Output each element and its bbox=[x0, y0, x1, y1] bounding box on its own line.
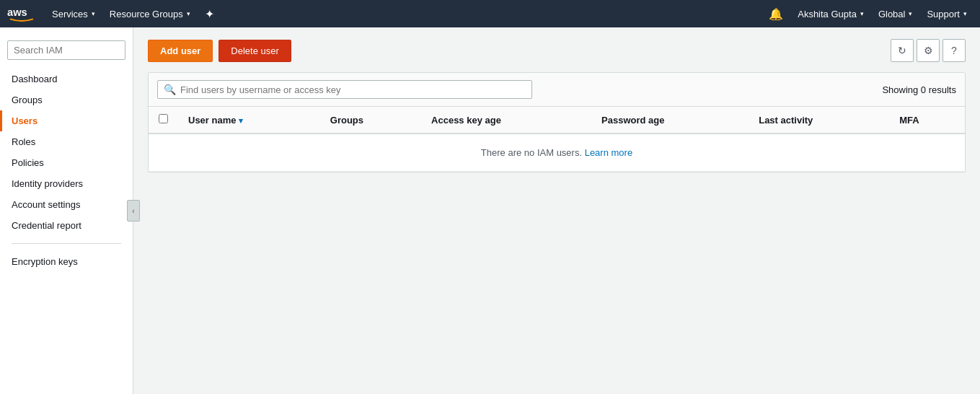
region-menu[interactable]: Global ▾ bbox=[873, 6, 919, 22]
search-input[interactable] bbox=[7, 40, 125, 60]
sidebar-item-users[interactable]: Users bbox=[0, 110, 133, 131]
column-header-last-activity: Last activity bbox=[749, 107, 889, 133]
no-results-row: There are no IAM users. Learn more bbox=[149, 133, 965, 172]
page-layout: Dashboard Groups Users Roles Policies Id… bbox=[0, 27, 980, 394]
add-user-button[interactable]: Add user bbox=[148, 40, 213, 62]
learn-more-link[interactable]: Learn more bbox=[585, 147, 632, 158]
sidebar-item-roles[interactable]: Roles bbox=[0, 131, 133, 152]
toolbar-right: ↻ ⚙ ? bbox=[891, 39, 966, 62]
sidebar-item-identity-providers[interactable]: Identity providers bbox=[0, 173, 133, 194]
region-label: Global bbox=[878, 9, 906, 19]
toolbar: Add user Delete user ↻ ⚙ ? bbox=[148, 39, 966, 62]
services-nav[interactable]: Services ▾ bbox=[46, 6, 101, 22]
select-all-checkbox[interactable] bbox=[159, 114, 168, 123]
resource-groups-label: Resource Groups bbox=[110, 9, 183, 19]
column-header-username[interactable]: User name ▾ bbox=[178, 107, 320, 133]
delete-user-button[interactable]: Delete user bbox=[218, 40, 291, 62]
aws-logo[interactable]: aws bbox=[7, 4, 36, 24]
user-label: Akshita Gupta bbox=[798, 9, 857, 19]
services-label: Services bbox=[52, 9, 88, 19]
sidebar: Dashboard Groups Users Roles Policies Id… bbox=[0, 27, 133, 394]
sort-arrow-icon: ▾ bbox=[239, 116, 243, 125]
select-all-header bbox=[149, 107, 178, 133]
svg-text:aws: aws bbox=[7, 6, 27, 18]
resource-groups-caret-icon: ▾ bbox=[187, 10, 190, 17]
no-results-cell: There are no IAM users. Learn more bbox=[149, 133, 965, 172]
users-table-body: There are no IAM users. Learn more bbox=[149, 133, 965, 172]
column-header-password-age: Password age bbox=[591, 107, 749, 133]
table-header-row: User name ▾ Groups Access key age Passwo… bbox=[149, 107, 965, 133]
bookmarks-icon[interactable]: ✦ bbox=[199, 4, 220, 24]
sidebar-item-dashboard[interactable]: Dashboard bbox=[0, 69, 133, 89]
region-caret-icon: ▾ bbox=[909, 10, 912, 17]
settings-button[interactable]: ⚙ bbox=[917, 39, 940, 62]
support-label: Support bbox=[927, 9, 960, 19]
sidebar-collapse-button[interactable]: ‹ bbox=[127, 200, 140, 222]
help-button[interactable]: ? bbox=[943, 39, 966, 62]
users-table-container: 🔍 Showing 0 results User name ▾ bbox=[148, 72, 966, 172]
top-nav: aws Services ▾ Resource Groups ▾ ✦ 🔔 Aks… bbox=[0, 0, 980, 27]
sidebar-item-policies[interactable]: Policies bbox=[0, 152, 133, 173]
user-caret-icon: ▾ bbox=[860, 10, 864, 17]
users-table: User name ▾ Groups Access key age Passwo… bbox=[149, 107, 965, 172]
results-count: Showing 0 results bbox=[882, 84, 956, 95]
search-wrap: 🔍 bbox=[157, 80, 532, 99]
sidebar-item-credential-report[interactable]: Credential report bbox=[0, 215, 133, 236]
sidebar-item-account-settings[interactable]: Account settings bbox=[0, 194, 133, 215]
resource-groups-nav[interactable]: Resource Groups ▾ bbox=[104, 6, 196, 22]
no-results-text: There are no IAM users. bbox=[481, 147, 582, 158]
notifications-icon[interactable]: 🔔 bbox=[763, 4, 789, 24]
column-header-mfa: MFA bbox=[889, 107, 965, 133]
sidebar-item-encryption-keys[interactable]: Encryption keys bbox=[0, 251, 133, 272]
support-caret-icon: ▾ bbox=[963, 10, 967, 17]
main-content: Add user Delete user ↻ ⚙ ? 🔍 Showing 0 r… bbox=[133, 27, 980, 394]
column-header-groups: Groups bbox=[320, 107, 421, 133]
sidebar-item-groups[interactable]: Groups bbox=[0, 89, 133, 110]
user-menu[interactable]: Akshita Gupta ▾ bbox=[792, 6, 870, 22]
support-menu[interactable]: Support ▾ bbox=[921, 6, 973, 22]
search-icon: 🔍 bbox=[164, 84, 176, 95]
column-header-access-key-age: Access key age bbox=[421, 107, 591, 133]
table-header-bar: 🔍 Showing 0 results bbox=[149, 73, 965, 107]
users-search-input[interactable] bbox=[180, 84, 526, 95]
sidebar-divider bbox=[12, 243, 121, 244]
refresh-button[interactable]: ↻ bbox=[891, 39, 914, 62]
services-caret-icon: ▾ bbox=[92, 10, 95, 17]
nav-right: 🔔 Akshita Gupta ▾ Global ▾ Support ▾ bbox=[763, 4, 973, 24]
